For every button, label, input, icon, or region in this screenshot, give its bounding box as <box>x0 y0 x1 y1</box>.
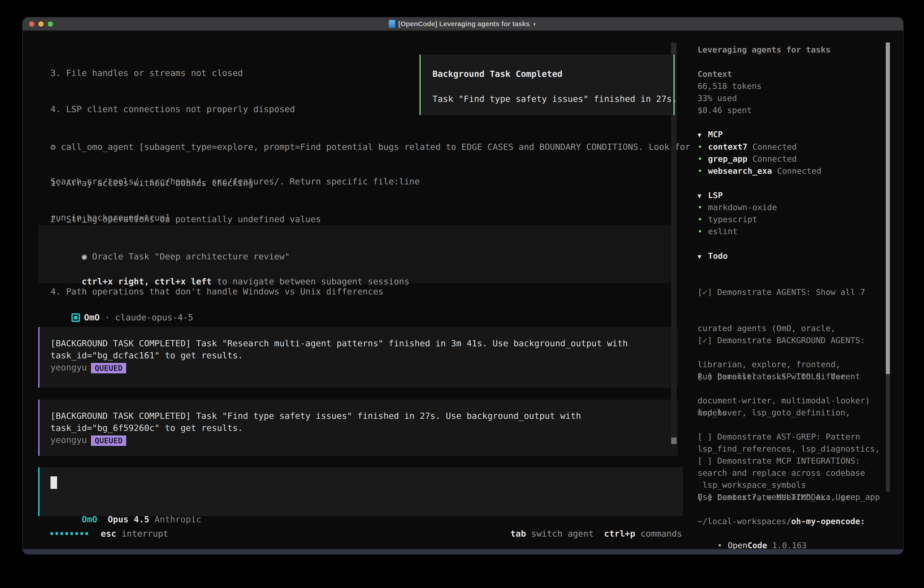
document-icon <box>389 20 395 28</box>
bullet-icon: • <box>698 141 708 153</box>
input-provider-label: Anthropic <box>155 514 201 524</box>
task-result-block: [BACKGROUND TASK COMPLETED] Task "Resear… <box>38 327 678 388</box>
titlebar: [OpenCode] Leveraging agents for tasks ◐ <box>23 18 903 31</box>
minimize-button[interactable] <box>38 21 44 26</box>
chevron-down-icon: ▼ <box>698 129 708 141</box>
window-title: [OpenCode] Leveraging agents for tasks <box>398 20 530 28</box>
bullet-icon: • <box>698 165 708 177</box>
ctrlp-key-hint: ctrl+p <box>604 529 635 538</box>
context-used: 33% used <box>698 92 737 104</box>
prompt-input[interactable]: OmO Opus 4.5 Anthropic <box>38 467 683 516</box>
half-circle-icon: ◐ <box>533 20 537 28</box>
chevron-down-icon: ▼ <box>698 251 708 263</box>
context-heading: Context <box>698 68 732 80</box>
mcp-section-header[interactable]: ▼MCP <box>698 128 723 141</box>
context-spent: $0.46 spent <box>698 104 752 116</box>
chat-scrollbar-thumb[interactable] <box>671 438 676 444</box>
queued-badge: QUEUED <box>91 363 126 373</box>
session-title: Leveraging agents for tasks <box>698 44 830 56</box>
lsp-section-header[interactable]: ▼LSP <box>698 189 723 202</box>
task-user: yeongyu <box>51 362 87 372</box>
oracle-task-panel: ◉ Oracle Task "Deep architecture review"… <box>38 225 676 283</box>
chat-scrollbar-top-segment <box>671 43 676 55</box>
agent-name: OmO <box>84 312 100 322</box>
input-model-label: Opus 4.5 <box>108 514 149 524</box>
spinner-dots-icon <box>51 532 88 535</box>
shortcut-keys: ctrl+x right, ctrl+x left <box>82 276 212 286</box>
oracle-task-title: Oracle Task "Deep architecture review" <box>87 251 290 261</box>
bullet-icon: • <box>698 201 708 213</box>
toast-body: Task "Find type safety issues" finished … <box>432 93 677 105</box>
context-tokens: 66,518 tokens <box>698 80 762 92</box>
close-button[interactable] <box>29 21 34 26</box>
zoom-button[interactable] <box>48 21 53 26</box>
bullet-icon: • <box>698 213 708 225</box>
input-agent-label: OmO <box>82 514 97 524</box>
background-task-toast: Background Task Completed Task "Find typ… <box>419 55 675 115</box>
task-result-block: [BACKGROUND TASK COMPLETED] Task "Find t… <box>38 400 678 456</box>
window-bottom-edge <box>23 549 903 554</box>
bullet-icon: • <box>698 153 708 165</box>
terminal-window: [OpenCode] Leveraging agents for tasks ◐… <box>23 18 903 554</box>
task-user: yeongyu <box>51 435 87 445</box>
agent-square-icon <box>71 313 80 322</box>
bullet-icon: • <box>698 225 708 237</box>
gear-icon: ⚙ <box>51 142 56 152</box>
traffic-lights <box>29 18 53 30</box>
agent-model: claude-opus-4-5 <box>115 312 193 322</box>
tab-key-hint: tab <box>510 529 526 538</box>
status-bar: esc interrupt tab switch agent ctrl+p co… <box>51 527 682 540</box>
mcp-item: •websearch_exaConnected <box>698 165 822 177</box>
radio-circle-icon: ◉ <box>82 251 87 261</box>
lsp-item: •eslint <box>698 225 738 237</box>
mcp-item: •grep_appConnected <box>698 153 797 165</box>
toast-title: Background Task Completed <box>432 68 563 80</box>
sidebar-scrollbar-thumb[interactable] <box>886 43 890 374</box>
todo-section-header[interactable]: ▼Todo <box>698 250 728 263</box>
mcp-item: •context7Connected <box>698 141 797 153</box>
sidebar-scrollbar[interactable] <box>886 43 890 492</box>
shortcut-description: to navigate between subagent sessions <box>212 276 409 286</box>
queued-badge: QUEUED <box>91 435 126 446</box>
text-cursor <box>51 476 57 489</box>
chevron-down-icon: ▼ <box>698 190 708 202</box>
esc-key-hint: esc <box>101 529 116 538</box>
lsp-item: •typescript <box>698 213 757 225</box>
lsp-item: •markdown-oxide <box>698 201 777 213</box>
